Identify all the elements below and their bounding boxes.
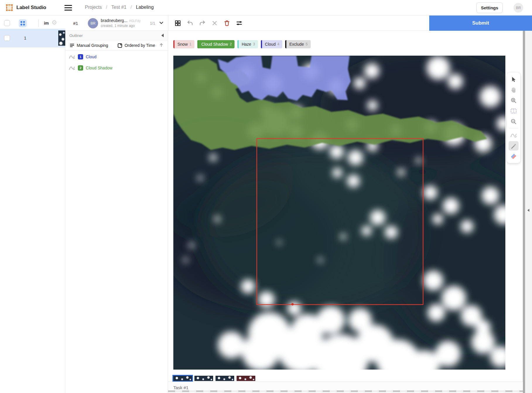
redo-icon[interactable]: [199, 20, 206, 27]
user-avatar[interactable]: BR: [514, 3, 523, 13]
collapse-panel-icon[interactable]: [161, 34, 164, 37]
label-tags-row: Snow1 Cloud Shadow2 Haze3 Cloud4 Exclude…: [173, 40, 311, 48]
submit-button[interactable]: Submit: [429, 16, 532, 31]
horizontal-scrollbar[interactable]: [168, 390, 523, 392]
task-row-number: 1: [24, 36, 26, 40]
eraser-tool-icon[interactable]: [509, 152, 519, 161]
annotation-info: bradneuberg...#GLFdy created, 1 minute a…: [101, 18, 141, 28]
breadcrumb-project[interactable]: Test #1: [111, 5, 126, 10]
settings-sliders-icon[interactable]: [236, 20, 243, 27]
annotation-pager: 1/1: [150, 21, 155, 25]
chevron-down-icon[interactable]: [159, 20, 164, 27]
frame-thumbnails: [173, 376, 255, 381]
brush-tool-icon[interactable]: [509, 131, 519, 140]
sort-direction-icon[interactable]: [159, 43, 164, 48]
image-column-header: im: [44, 21, 49, 25]
region-label: Cloud Shadow: [86, 66, 112, 70]
label-studio-logo: [5, 4, 13, 12]
expand-panel-icon[interactable]: [527, 209, 529, 212]
region-index-badge: 2: [78, 65, 83, 71]
brush-region-icon: [69, 65, 75, 71]
frame-thumbnail-3[interactable]: [215, 376, 234, 381]
select-all-checkbox[interactable]: [4, 20, 10, 26]
vertical-scrollbar[interactable]: [523, 31, 525, 393]
collapsed-right-panel: [525, 31, 532, 393]
pan-hand-tool-icon[interactable]: [509, 85, 519, 95]
annotator-avatar[interactable]: BR: [88, 18, 98, 28]
column-settings-gear-icon[interactable]: ⚙: [52, 19, 57, 26]
zoom-in-tool-icon[interactable]: [509, 96, 519, 105]
fit-screen-tool-icon[interactable]: [509, 106, 519, 116]
undo-icon[interactable]: [187, 20, 194, 27]
hamburger-menu-icon[interactable]: [64, 5, 72, 11]
clear-annotation-icon[interactable]: [211, 20, 218, 27]
frame-thumbnail-2[interactable]: [194, 376, 213, 381]
app-header: Label Studio Projects / Test #1 / Labeli…: [0, 0, 532, 16]
label-tag-cloud-shadow[interactable]: Cloud Shadow2: [197, 40, 235, 48]
annotation-created: created, 1 minute ago: [101, 24, 141, 28]
breadcrumb: Projects / Test #1 / Labeling: [85, 5, 154, 10]
magic-wand-tool-icon[interactable]: [509, 141, 519, 151]
zoom-out-tool-icon[interactable]: [509, 117, 519, 126]
brush-region-icon: [69, 54, 75, 59]
grid-view-toggle-icon[interactable]: [19, 19, 27, 27]
annotator-name: bradneuberg...: [101, 18, 127, 23]
region-item-cloud[interactable]: 1 Cloud: [65, 52, 168, 62]
label-tag-haze[interactable]: Haze3: [237, 40, 258, 48]
views-grid-icon[interactable]: [174, 20, 181, 27]
label-tag-exclude[interactable]: Exclude5: [285, 40, 311, 48]
labeling-workspace: Snow1 Cloud Shadow2 Haze3 Cloud4 Exclude…: [168, 31, 523, 393]
region-item-cloud-shadow[interactable]: 2 Cloud Shadow: [65, 63, 168, 73]
region-index-badge: 1: [78, 54, 83, 59]
breadcrumb-current: Labeling: [136, 5, 154, 10]
annotation-toolbar: [168, 16, 243, 31]
label-tag-snow[interactable]: Snow1: [173, 40, 194, 48]
task-number: #1: [73, 21, 78, 26]
region-label: Cloud: [86, 54, 97, 59]
ordering-icon: [117, 43, 122, 48]
frame-thumbnail-4[interactable]: [237, 376, 255, 381]
grouping-icon: [69, 43, 75, 48]
grouping-mode-button[interactable]: Manual Grouping: [69, 43, 108, 48]
label-tag-cloud[interactable]: Cloud4: [261, 40, 282, 48]
task-toolbar: im ⚙ #1 BR bradneuberg...#GLFdy created,…: [0, 16, 532, 31]
frame-thumbnail-1[interactable]: [173, 376, 192, 381]
annotation-id: #GLFdy: [129, 19, 141, 23]
canvas-tools-panel: [507, 73, 520, 163]
ordering-mode-button[interactable]: Ordered by Time: [117, 43, 155, 48]
breadcrumb-projects[interactable]: Projects: [85, 5, 102, 10]
task-footer-label: Task #1: [173, 385, 189, 390]
task-thumbnail[interactable]: [58, 30, 65, 46]
pointer-tool-icon[interactable]: [509, 75, 519, 84]
outliner-panel: Outliner Manual Grouping Ordered by Time…: [65, 31, 168, 393]
task-list-sidebar: 1: [0, 31, 65, 393]
settings-button[interactable]: Settings: [476, 2, 503, 13]
image-canvas[interactable]: [173, 56, 505, 370]
outliner-title: Outliner: [69, 33, 83, 38]
task-list-item[interactable]: 1: [0, 29, 65, 47]
task-checkbox[interactable]: [4, 35, 10, 41]
app-title: Label Studio: [16, 5, 46, 11]
delete-trash-icon[interactable]: [223, 20, 230, 27]
